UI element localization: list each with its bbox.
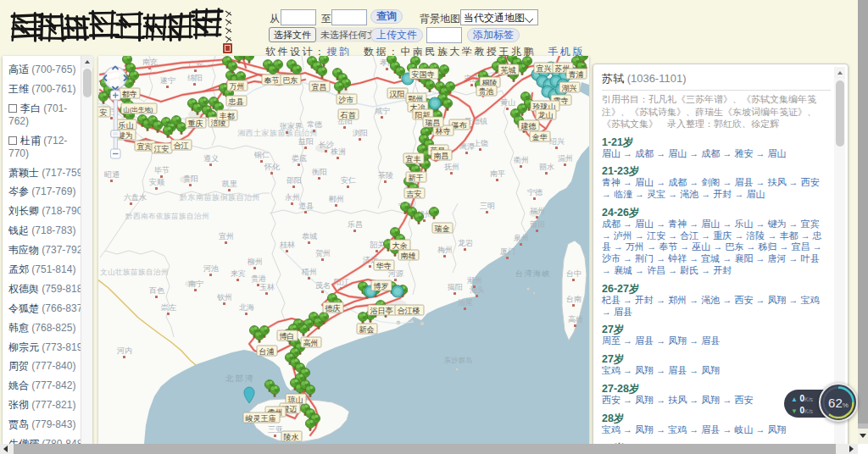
svg-text:永州: 永州 [285, 193, 300, 202]
svg-text:博罗: 博罗 [374, 282, 389, 291]
svg-text:郴州: 郴州 [328, 195, 344, 203]
svg-text:上饶: 上饶 [473, 139, 488, 147]
svg-text:福州: 福州 [530, 207, 545, 215]
svg-text:贵池: 贵池 [479, 87, 494, 96]
svg-text:高州: 高州 [303, 339, 319, 347]
svg-text:毕节: 毕节 [154, 166, 170, 174]
svg-text:重庆: 重庆 [188, 119, 203, 128]
svg-text:贺州: 贺州 [315, 249, 331, 257]
svg-text:泉州: 泉州 [514, 234, 529, 242]
svg-text:芜城: 芜城 [501, 66, 516, 75]
svg-text:宜丰: 宜丰 [406, 155, 421, 163]
svg-text:宜昌: 宜昌 [312, 83, 327, 91]
svg-text:万州: 万州 [230, 82, 245, 91]
svg-text:茂名: 茂名 [315, 281, 331, 290]
svg-text:龙岩: 龙岩 [458, 239, 473, 247]
svg-text:北部湾: 北部湾 [225, 374, 255, 383]
svg-text:梅州: 梅州 [437, 246, 453, 254]
svg-text:河内: 河内 [117, 346, 132, 355]
svg-text:梧州: 梧州 [301, 268, 317, 276]
svg-text:北海: 北海 [239, 303, 254, 312]
svg-text:高雄: 高雄 [568, 315, 583, 324]
svg-text:宁德: 宁德 [527, 188, 542, 197]
svg-text:宜宾: 宜宾 [137, 142, 153, 151]
svg-text:三明: 三明 [480, 202, 495, 210]
svg-text:龙山: 龙山 [538, 111, 554, 119]
svg-text:株洲: 株洲 [331, 147, 346, 156]
svg-text:娄底: 娄底 [292, 154, 307, 163]
svg-text:琼山: 琼山 [287, 396, 303, 404]
svg-text:湖兴: 湖兴 [562, 84, 577, 92]
svg-text:汕头: 汕头 [470, 285, 485, 294]
svg-text:道县: 道县 [298, 202, 314, 210]
svg-text:安国寺: 安国寺 [412, 70, 435, 79]
svg-text:恭城: 恭城 [302, 232, 317, 241]
svg-text:衢州: 衢州 [514, 156, 529, 164]
svg-text:德庆: 德庆 [326, 304, 341, 313]
svg-text:黔东南苗族侗族自治州: 黔东南苗族侗族自治州 [179, 193, 260, 202]
svg-text:宜兴: 宜兴 [537, 64, 552, 73]
svg-text:莆田: 莆田 [530, 220, 545, 229]
svg-text:乐昌: 乐昌 [347, 220, 363, 229]
svg-text:南充: 南充 [142, 58, 158, 66]
svg-text:浏阳: 浏阳 [353, 129, 368, 137]
svg-text:吉安: 吉安 [407, 190, 422, 198]
svg-text:华寺: 华寺 [376, 262, 392, 270]
svg-text:宜州: 宜州 [219, 232, 234, 241]
svg-text:百色: 百色 [148, 286, 165, 295]
svg-text:江安: 江安 [154, 145, 170, 153]
svg-text:绍兴: 绍兴 [549, 137, 565, 146]
svg-text:汕尾: 汕尾 [458, 298, 473, 307]
svg-text:台湾海峡: 台湾海峡 [515, 269, 551, 278]
svg-text:台中: 台中 [566, 269, 581, 278]
svg-text:安顺: 安顺 [149, 178, 164, 186]
svg-text:黔西南布依族苗族自治州: 黔西南布依族苗族自治州 [125, 212, 209, 220]
svg-text:乐山: 乐山 [118, 121, 134, 130]
svg-text:瑞昌: 瑞昌 [425, 119, 441, 127]
svg-text:绵阳: 绵阳 [187, 74, 203, 82]
svg-text:陵水: 陵水 [284, 433, 299, 441]
svg-text:青浦: 青浦 [569, 70, 584, 79]
svg-text:林寺: 林寺 [435, 127, 451, 136]
svg-text:韶关: 韶关 [370, 241, 385, 249]
svg-text:新会: 新会 [359, 325, 375, 334]
svg-text:巴东: 巴东 [283, 76, 298, 85]
svg-text:忠县: 忠县 [228, 97, 244, 106]
svg-text:博白: 博白 [280, 332, 295, 340]
svg-text:安: 安 [100, 108, 108, 117]
svg-text:合江: 合江 [174, 141, 189, 150]
svg-text:瑞金: 瑞金 [434, 224, 450, 233]
svg-text:贵阳: 贵阳 [183, 174, 198, 183]
svg-text:湘西土家族苗族自治州: 湘西土家族苗族自治州 [237, 129, 318, 137]
svg-text:峻灵王庙: 峻灵王庙 [246, 414, 276, 423]
svg-text:汉阳: 汉阳 [390, 90, 405, 98]
svg-text:六盘水: 六盘水 [124, 193, 147, 202]
svg-text:三亚: 三亚 [268, 425, 283, 434]
svg-text:凯里: 凯里 [222, 180, 237, 188]
svg-text:奉节: 奉节 [264, 76, 280, 85]
svg-text:大余: 大余 [392, 241, 408, 250]
svg-text:台南: 台南 [566, 295, 581, 303]
svg-text:益阳: 益阳 [298, 137, 314, 146]
svg-text:都寺: 都寺 [122, 90, 137, 98]
svg-text:茶陵: 茶陵 [378, 171, 393, 180]
svg-text:河池: 河池 [203, 264, 219, 273]
svg-text:柳州: 柳州 [247, 257, 263, 266]
svg-text:台浦: 台浦 [259, 347, 275, 356]
svg-text:邵阳: 邵阳 [287, 176, 302, 185]
svg-text:抚州: 抚州 [444, 163, 459, 171]
svg-text:河源: 河源 [388, 269, 403, 278]
svg-text:南宁: 南宁 [188, 280, 203, 288]
svg-text:咸宁: 咸宁 [375, 107, 390, 115]
svg-text:安仁: 安仁 [341, 176, 356, 185]
svg-text:东沙群岛: 东沙群岛 [444, 357, 473, 364]
svg-text:新干: 新干 [409, 174, 424, 182]
svg-text:遵义: 遵义 [203, 154, 219, 163]
svg-text:丰都: 丰都 [220, 112, 235, 120]
svg-text:沙市: 沙市 [338, 96, 354, 104]
svg-text:来宾: 来宾 [231, 269, 246, 278]
svg-text:浴日亭: 浴日亭 [370, 307, 393, 315]
svg-text:贵港: 贵港 [251, 274, 266, 283]
svg-text:合江楼: 合江楼 [398, 307, 420, 315]
svg-text:黄山: 黄山 [500, 98, 515, 107]
